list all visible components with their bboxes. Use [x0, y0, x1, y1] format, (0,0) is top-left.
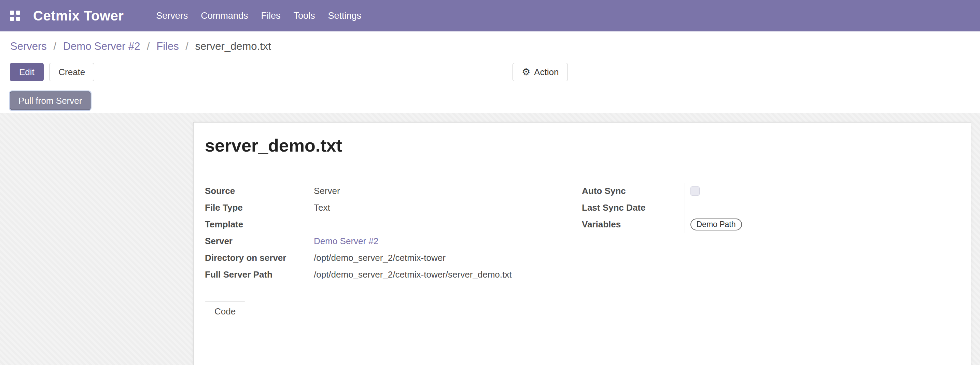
breadcrumb-current: server_demo.txt [195, 40, 271, 52]
auto-sync-checkbox [690, 186, 700, 196]
field-row-source: Source Server [205, 183, 582, 199]
field-groups: Source Server File Type Text Template Se… [205, 183, 959, 283]
field-label-full-path: Full Server Path [205, 266, 314, 283]
action-dropdown-button[interactable]: ⚙ Action [512, 63, 568, 81]
field-label-variables: Variables [582, 216, 685, 233]
control-panel-buttons: Edit Create ⚙ Action [0, 59, 980, 81]
breadcrumb-separator: / [53, 40, 56, 52]
field-label-file-type: File Type [205, 199, 314, 216]
nav-item-tools[interactable]: Tools [287, 11, 321, 21]
field-row-template: Template [205, 216, 582, 233]
field-value-source: Server [314, 183, 582, 199]
top-navbar: Cetmix Tower Servers Commands Files Tool… [0, 0, 980, 32]
create-button[interactable]: Create [49, 63, 94, 81]
notebook: Code [205, 301, 959, 365]
app-brand[interactable]: Cetmix Tower [33, 8, 124, 24]
field-row-last-sync-date: Last Sync Date [582, 199, 959, 216]
field-value-last-sync-date [685, 199, 959, 216]
apps-grid-dot [10, 17, 14, 21]
record-title: server_demo.txt [205, 135, 959, 156]
apps-grid-dot [16, 11, 20, 15]
nav-item-servers[interactable]: Servers [150, 11, 194, 21]
pull-from-server-button[interactable]: Pull from Server [10, 91, 91, 110]
field-label-directory: Directory on server [205, 250, 314, 266]
main-menu: Servers Commands Files Tools Settings [150, 11, 368, 21]
nav-item-settings[interactable]: Settings [321, 11, 368, 21]
field-row-server: Server Demo Server #2 [205, 233, 582, 250]
field-label-last-sync-date: Last Sync Date [582, 199, 685, 216]
field-value-file-type: Text [314, 199, 582, 216]
field-value-directory: /opt/demo_server_2/cetmix-tower [314, 250, 582, 266]
breadcrumb-separator: / [147, 40, 150, 52]
field-row-file-type: File Type Text [205, 199, 582, 216]
tab-code[interactable]: Code [205, 301, 245, 321]
field-label-source: Source [205, 183, 314, 199]
field-value-full-path: /opt/demo_server_2/cetmix-tower/server_d… [314, 266, 582, 283]
nav-item-commands[interactable]: Commands [194, 11, 255, 21]
breadcrumb: Servers / Demo Server #2 / Files / serve… [0, 32, 980, 59]
breadcrumb-link-files[interactable]: Files [156, 40, 178, 52]
apps-grid-dot [16, 17, 20, 21]
variable-tag-demo-path: Demo Path [690, 218, 742, 231]
form-statusbar: Pull from Server [0, 81, 980, 113]
form-view-background: server_demo.txt Source Server File Type … [0, 113, 980, 365]
field-row-variables: Variables Demo Path [582, 216, 959, 233]
field-group-left: Source Server File Type Text Template Se… [205, 183, 582, 283]
notebook-tabs: Code [205, 301, 959, 321]
apps-grid-dot [10, 11, 14, 15]
breadcrumb-link-demo-server[interactable]: Demo Server #2 [63, 40, 140, 52]
field-group-right: Auto Sync Last Sync Date Variables Demo … [582, 183, 959, 283]
form-sheet: server_demo.txt Source Server File Type … [193, 122, 971, 365]
breadcrumb-link-servers[interactable]: Servers [10, 40, 47, 52]
gear-icon: ⚙ [522, 67, 530, 77]
field-row-directory: Directory on server /opt/demo_server_2/c… [205, 250, 582, 266]
action-button-label: Action [534, 67, 558, 78]
field-label-server: Server [205, 233, 314, 250]
field-row-full-path: Full Server Path /opt/demo_server_2/cetm… [205, 266, 582, 283]
field-label-template: Template [205, 216, 314, 233]
nav-item-files[interactable]: Files [255, 11, 287, 21]
notebook-content-code [205, 321, 959, 365]
apps-menu-icon[interactable] [10, 11, 20, 21]
field-value-template [314, 216, 582, 233]
field-row-auto-sync: Auto Sync [582, 183, 959, 199]
field-label-auto-sync: Auto Sync [582, 183, 685, 199]
edit-button[interactable]: Edit [10, 63, 44, 81]
server-record-link[interactable]: Demo Server #2 [314, 236, 378, 246]
breadcrumb-separator: / [185, 40, 188, 52]
